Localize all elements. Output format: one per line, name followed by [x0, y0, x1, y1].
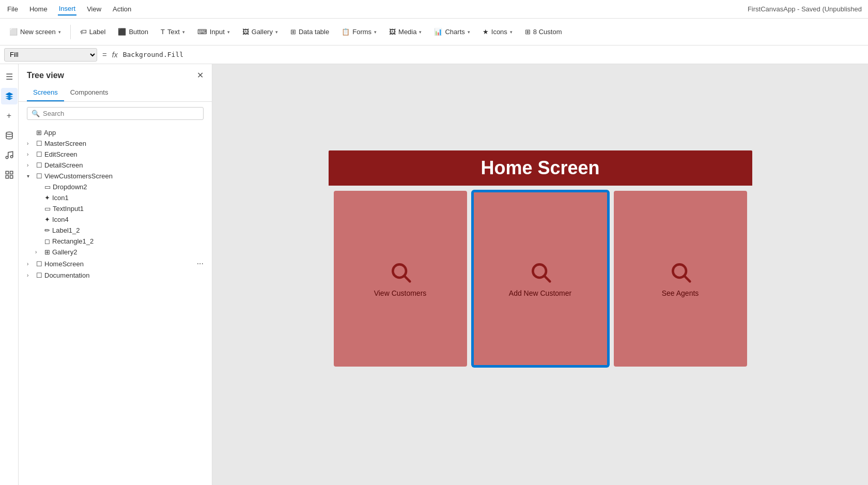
icon4-icon: ✦	[44, 216, 50, 223]
gallery-label: Gallery	[252, 28, 273, 36]
see-agents-card[interactable]: See Agents	[614, 191, 747, 367]
forms-label: Forms	[352, 28, 371, 36]
viewcustomers-label: ViewCustomersScreen	[44, 172, 204, 180]
forms-icon: 📋	[342, 28, 350, 36]
input-button[interactable]: ⌨ Input ▾	[192, 25, 235, 39]
cards-row: View Customers Add New Customer	[329, 186, 752, 372]
detailscreen-icon: ☐	[36, 161, 42, 169]
editscreen-chevron-icon: ›	[27, 151, 34, 157]
tree-item-icon4[interactable]: ✦ Icon4	[19, 214, 212, 225]
editscreen-icon: ☐	[36, 150, 42, 158]
label-label: Label	[89, 28, 106, 36]
tree-header: Tree view ✕	[19, 64, 212, 84]
view-customers-card[interactable]: View Customers	[334, 191, 467, 367]
see-agents-search-icon	[669, 261, 692, 285]
home-screen-header: Home Screen	[329, 150, 752, 186]
formula-property-select[interactable]: Fill	[4, 48, 97, 62]
data-table-button[interactable]: ⊞ Data table	[285, 25, 334, 39]
text-icon: T	[161, 28, 165, 36]
tree-item-homescreen[interactable]: › ☐ HomeScreen ···	[19, 257, 212, 270]
search-input[interactable]	[43, 110, 199, 117]
canvas-area: Home Screen View Customers	[212, 64, 868, 485]
menu-home[interactable]: Home	[28, 3, 49, 15]
home-screen-canvas: Home Screen View Customers	[329, 150, 752, 399]
icons-button[interactable]: ★ Icons ▾	[477, 25, 518, 39]
sidebar-data-icon[interactable]	[1, 127, 18, 144]
tree-item-editscreen[interactable]: › ☐ EditScreen	[19, 149, 212, 160]
tree-item-viewcustomersscreen[interactable]: ▾ ☐ ViewCustomersScreen	[19, 171, 212, 181]
search-box: 🔍	[27, 107, 204, 120]
custom-button[interactable]: ⊞ 8 Custom	[520, 25, 567, 39]
forms-button[interactable]: 📋 Forms ▾	[336, 25, 382, 39]
menu-insert[interactable]: Insert	[58, 3, 77, 16]
detailscreen-label: DetailScreen	[44, 161, 204, 169]
button-icon: ⬛	[118, 28, 126, 36]
svg-line-10	[545, 276, 550, 281]
masterscreen-icon: ☐	[36, 140, 42, 147]
add-new-customer-search-icon	[529, 261, 552, 285]
toolbar-divider-1	[70, 25, 71, 39]
gallery-button[interactable]: 🖼 Gallery ▾	[237, 25, 283, 39]
tree-item-detailscreen[interactable]: › ☐ DetailScreen	[19, 160, 212, 171]
custom-label: 8 Custom	[533, 28, 562, 36]
tree-item-masterscreen[interactable]: › ☐ MasterScreen	[19, 138, 212, 149]
label-icon: 🏷	[80, 28, 87, 36]
tree-item-gallery2[interactable]: › ⊞ Gallery2	[19, 247, 212, 257]
viewcustomers-chevron-icon: ▾	[27, 173, 34, 179]
button-button[interactable]: ⬛ Button	[113, 25, 153, 39]
formula-bar: Fill = fx	[0, 46, 868, 64]
sidebar-media-icon[interactable]	[1, 147, 18, 163]
label-button[interactable]: 🏷 Label	[75, 25, 111, 39]
menu-action[interactable]: Action	[112, 3, 132, 15]
gallery2-chevron-icon: ›	[35, 249, 42, 255]
new-screen-icon: ⬜	[9, 28, 18, 36]
sidebar-components-icon[interactable]	[1, 166, 18, 183]
homescreen-label: HomeScreen	[44, 260, 195, 268]
formula-input[interactable]	[121, 48, 864, 62]
text-chevron-icon: ▾	[182, 29, 185, 35]
charts-label: Charts	[445, 28, 464, 36]
add-new-customer-card[interactable]: Add New Customer	[472, 191, 609, 367]
tree-item-icon1[interactable]: ✦ Icon1	[19, 192, 212, 203]
textinput1-label: TextInput1	[53, 205, 204, 213]
view-customers-label: View Customers	[374, 289, 427, 297]
toolbar: ⬜ New screen ▾ 🏷 Label ⬛ Button T Text ▾…	[0, 19, 868, 46]
tree-item-documentation[interactable]: › ☐ Documentation	[19, 270, 212, 281]
sidebar-layers-icon[interactable]	[1, 88, 18, 104]
tree-item-rectangle1-2[interactable]: ◻ Rectangle1_2	[19, 236, 212, 247]
menu-view[interactable]: View	[86, 3, 102, 15]
icons-chevron-icon: ▾	[510, 29, 513, 35]
charts-chevron-icon: ▾	[468, 29, 470, 35]
add-new-customer-label: Add New Customer	[509, 289, 571, 297]
tree-item-label1-2[interactable]: ✏ Label1_2	[19, 225, 212, 236]
rectangle1-2-label: Rectangle1_2	[52, 237, 204, 245]
sidebar-menu-icon[interactable]: ☰	[1, 68, 18, 85]
sidebar-icons: ☰ +	[0, 64, 19, 485]
new-screen-label: New screen	[20, 28, 56, 36]
gallery-chevron-icon: ▾	[275, 29, 278, 35]
new-screen-button[interactable]: ⬜ New screen ▾	[4, 25, 66, 39]
charts-icon: 📊	[434, 28, 442, 36]
menu-file[interactable]: File	[6, 3, 19, 15]
tree-item-dropdown2[interactable]: ▭ Dropdown2	[19, 181, 212, 192]
svg-point-0	[6, 132, 12, 134]
tree-close-button[interactable]: ✕	[197, 70, 204, 80]
gallery-icon: 🖼	[242, 28, 249, 36]
home-screen-title: Home Screen	[481, 157, 599, 179]
text-button[interactable]: T Text ▾	[156, 25, 190, 39]
svg-rect-5	[6, 176, 8, 178]
data-table-label: Data table	[299, 28, 329, 36]
tree-item-app[interactable]: ⊞ App	[19, 127, 212, 138]
charts-button[interactable]: 📊 Charts ▾	[429, 25, 475, 39]
main-layout: ☰ + Tree view ✕ Screens Components 🔍	[0, 64, 868, 485]
tree-item-textinput1[interactable]: ▭ TextInput1	[19, 203, 212, 214]
media-button[interactable]: 🖼 Media ▾	[384, 25, 427, 39]
search-icon: 🔍	[32, 110, 40, 117]
rectangle1-2-icon: ◻	[44, 237, 50, 245]
homescreen-more-icon[interactable]: ···	[197, 259, 204, 268]
sidebar-add-icon[interactable]: +	[1, 108, 18, 124]
dropdown2-icon: ▭	[44, 183, 51, 191]
tab-components[interactable]: Components	[64, 84, 115, 101]
text-label: Text	[167, 28, 180, 36]
tab-screens[interactable]: Screens	[27, 84, 64, 101]
